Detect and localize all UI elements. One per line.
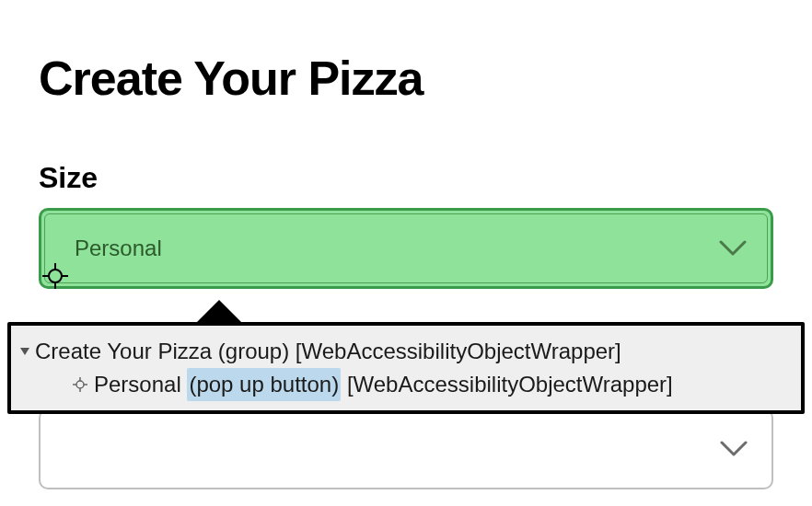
page-title: Create Your Pizza [39,51,773,106]
chevron-down-icon [717,233,748,264]
tree-row-group: Create Your Pizza (group) [WebAccessibil… [17,335,795,368]
tree-node-role: (group) [218,335,289,368]
svg-point-0 [49,270,62,282]
svg-point-5 [76,381,84,388]
tree-node-class: [WebAccessibilityObjectWrapper] [347,368,673,401]
inspector-target-icon [40,260,71,292]
disclosure-triangle-icon[interactable] [17,345,33,358]
tree-node-name: Personal [94,368,181,401]
size-select-value: Personal [75,236,162,261]
tree-node-name: Create Your Pizza [35,335,212,368]
size-label: Size [39,161,773,195]
tree-row-popup: Personal (pop up button) [WebAccessibili… [17,368,795,401]
size-select[interactable]: Personal [39,208,773,289]
secondary-select[interactable] [39,408,773,489]
target-icon [70,376,90,393]
chevron-down-icon [718,433,749,465]
tree-node-class: [WebAccessibilityObjectWrapper] [296,335,621,368]
tree-node-role-highlight: (pop up button) [187,368,341,401]
accessibility-inspector-tooltip: Create Your Pizza (group) [WebAccessibil… [7,322,805,414]
